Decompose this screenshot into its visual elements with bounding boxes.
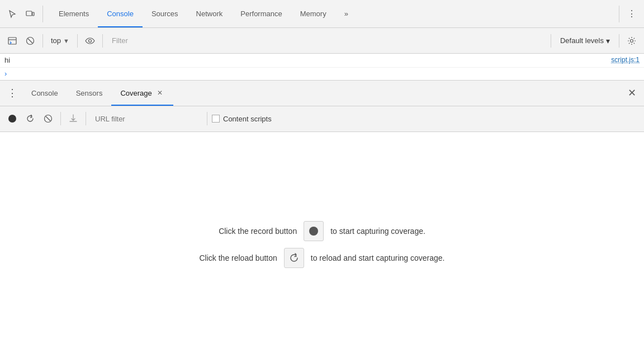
toolbar-divider-1	[42, 34, 43, 48]
clear-console-icon[interactable]	[22, 33, 38, 49]
svg-point-7	[631, 39, 633, 42]
top-tab-right-actions: ⋮	[617, 6, 640, 22]
frame-selector-wrapper[interactable]: top ▼	[48, 33, 73, 49]
svg-rect-2	[8, 37, 16, 44]
coverage-toolbar: Content scripts	[0, 106, 644, 132]
drawer-tab-coverage[interactable]: Coverage ✕	[111, 81, 173, 106]
coverage-toolbar-divider-3	[207, 112, 207, 125]
cursor-icon[interactable]	[4, 6, 20, 22]
reload-coverage-icon[interactable]	[22, 111, 38, 126]
inline-reload-icon	[288, 252, 300, 264]
right-separator	[619, 6, 619, 22]
inline-record-button	[304, 221, 324, 241]
devtools-icons	[4, 6, 45, 22]
frame-selector[interactable]: top ▼	[48, 33, 73, 49]
toolbar-divider-2	[77, 34, 78, 48]
console-toolbar: top ▼ Default levels ▾	[0, 28, 644, 54]
tab-elements[interactable]: Elements	[50, 0, 98, 27]
device-toggle-icon[interactable]	[22, 6, 38, 22]
inline-record-circle-icon	[309, 227, 318, 236]
eye-icon[interactable]	[82, 33, 98, 49]
svg-rect-0	[26, 11, 32, 16]
filter-input[interactable]	[107, 33, 546, 49]
tab-separator	[42, 6, 43, 22]
tab-sources[interactable]: Sources	[143, 0, 187, 27]
coverage-instruction-2: Click the reload button to reload and st…	[199, 248, 444, 268]
bottom-drawer: ⋮ Console Sensors Coverage ✕ ✕	[0, 80, 644, 358]
svg-rect-1	[32, 12, 34, 16]
drawer-more-icon[interactable]: ⋮	[4, 85, 20, 101]
more-options-icon[interactable]: ⋮	[624, 6, 640, 22]
coverage-toolbar-divider-2	[86, 112, 86, 125]
console-log-hi: hi script.js:1	[0, 54, 644, 68]
clear-coverage-icon[interactable]	[40, 111, 56, 126]
url-filter-input[interactable]	[91, 111, 202, 126]
content-scripts-checkbox[interactable]	[212, 115, 220, 123]
main-area: top ▼ Default levels ▾ hi	[0, 28, 644, 357]
svg-line-5	[28, 39, 32, 43]
record-circle-icon	[8, 115, 16, 123]
expand-console-icon[interactable]	[4, 33, 20, 49]
tab-memory[interactable]: Memory	[291, 0, 335, 27]
drawer-tab-console[interactable]: Console	[22, 81, 67, 106]
console-prompt-row[interactable]: ›	[0, 68, 644, 80]
tab-network[interactable]: Network	[187, 0, 232, 27]
coverage-tab-close-icon[interactable]: ✕	[155, 88, 164, 97]
coverage-toolbar-divider-1	[60, 112, 61, 125]
top-tab-list: Elements Console Sources Network Perform…	[50, 0, 617, 27]
svg-point-6	[88, 39, 91, 42]
top-tab-bar: Elements Console Sources Network Perform…	[0, 0, 644, 28]
svg-line-9	[46, 116, 50, 121]
coverage-content: Click the record button to start capturi…	[0, 132, 644, 358]
drawer-tab-sensors[interactable]: Sensors	[67, 81, 112, 106]
download-coverage-icon[interactable]	[65, 111, 81, 126]
tab-performance[interactable]: Performance	[231, 0, 291, 27]
toolbar-divider-5	[619, 34, 619, 48]
tab-console[interactable]: Console	[98, 0, 143, 27]
content-scripts-label[interactable]: Content scripts	[212, 115, 272, 123]
console-chevron-icon: ›	[4, 69, 7, 78]
toolbar-divider-3	[102, 34, 103, 48]
drawer-tabs-bar: ⋮ Console Sensors Coverage ✕ ✕	[0, 81, 644, 106]
default-levels-button[interactable]: Default levels ▾	[556, 33, 614, 49]
tab-more[interactable]: »	[335, 0, 357, 27]
inline-reload-button	[284, 248, 304, 268]
record-button[interactable]	[4, 111, 20, 126]
settings-icon[interactable]	[624, 33, 640, 49]
drawer-close-button[interactable]: ✕	[624, 85, 640, 101]
toolbar-divider-4	[551, 34, 551, 48]
console-output-area: hi script.js:1 ›	[0, 54, 644, 80]
coverage-instruction-1: Click the record button to start capturi…	[219, 221, 425, 241]
